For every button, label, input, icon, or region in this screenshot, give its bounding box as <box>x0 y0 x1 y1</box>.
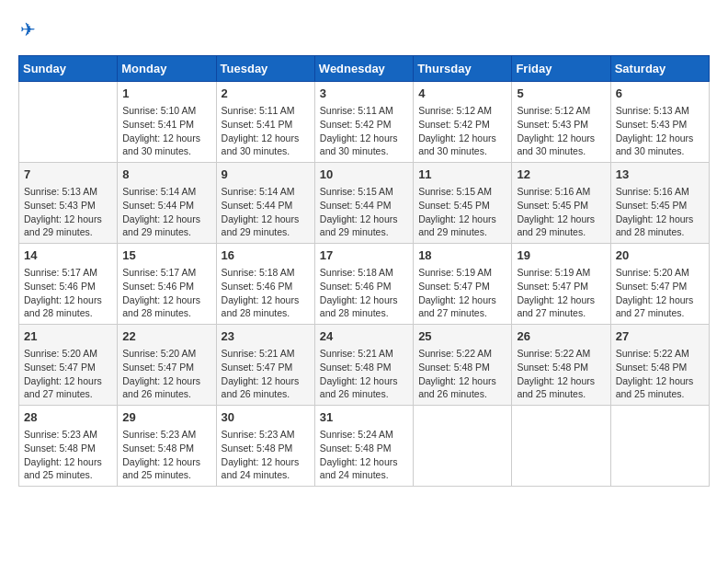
day-number: 8 <box>122 167 210 183</box>
header-wednesday: Wednesday <box>314 56 413 82</box>
day-number: 7 <box>24 167 112 183</box>
day-number: 5 <box>517 86 605 102</box>
day-info: Sunrise: 5:23 AM <box>24 428 112 442</box>
day-number: 23 <box>222 328 310 345</box>
day-info: Sunset: 5:47 PM <box>418 280 506 293</box>
day-info: Daylight: 12 hours <box>320 455 408 469</box>
day-number: 24 <box>320 328 408 345</box>
day-info: and 28 minutes. <box>24 306 112 320</box>
day-info: and 29 minutes. <box>418 225 506 239</box>
day-number: 17 <box>320 247 408 264</box>
calendar-cell: 14Sunrise: 5:17 AMSunset: 5:46 PMDayligh… <box>19 244 118 325</box>
day-info: and 28 minutes. <box>616 225 704 239</box>
day-info: Sunset: 5:41 PM <box>122 118 210 132</box>
day-info: Sunrise: 5:16 AM <box>517 185 605 199</box>
calendar-cell: 24Sunrise: 5:21 AMSunset: 5:48 PMDayligh… <box>314 325 413 406</box>
calendar-cell: 10Sunrise: 5:15 AMSunset: 5:44 PMDayligh… <box>314 163 413 244</box>
day-info: Daylight: 12 hours <box>418 132 506 145</box>
day-info: Sunrise: 5:24 AM <box>320 428 408 442</box>
day-number: 13 <box>616 167 704 183</box>
day-number: 29 <box>122 409 210 426</box>
calendar-cell: 12Sunrise: 5:16 AMSunset: 5:45 PMDayligh… <box>512 163 610 244</box>
day-number: 3 <box>320 86 408 102</box>
calendar-cell: 27Sunrise: 5:22 AMSunset: 5:48 PMDayligh… <box>610 325 709 406</box>
day-info: Sunset: 5:44 PM <box>222 199 310 213</box>
day-info: and 24 minutes. <box>320 468 408 482</box>
day-info: Sunset: 5:48 PM <box>222 442 310 455</box>
calendar-table: SundayMondayTuesdayWednesdayThursdayFrid… <box>18 55 710 487</box>
day-info: and 27 minutes. <box>616 306 704 320</box>
day-info: Sunset: 5:48 PM <box>24 442 112 455</box>
day-number: 6 <box>616 86 704 102</box>
day-info: Sunrise: 5:20 AM <box>122 347 210 361</box>
day-info: Sunset: 5:45 PM <box>517 199 605 213</box>
day-info: Sunrise: 5:21 AM <box>320 347 408 361</box>
day-number: 15 <box>122 247 210 264</box>
header-tuesday: Tuesday <box>216 56 314 82</box>
day-number: 21 <box>24 328 112 345</box>
day-info: Daylight: 12 hours <box>418 293 506 307</box>
day-info: Daylight: 12 hours <box>122 213 210 226</box>
day-info: and 26 minutes. <box>222 387 310 401</box>
day-info: Daylight: 12 hours <box>517 293 605 307</box>
day-number: 16 <box>222 247 310 264</box>
day-info: and 30 minutes. <box>122 144 210 158</box>
logo: ✈ <box>18 18 36 40</box>
day-number: 1 <box>122 86 210 102</box>
calendar-cell: 19Sunrise: 5:19 AMSunset: 5:47 PMDayligh… <box>512 244 610 325</box>
calendar-cell: 23Sunrise: 5:21 AMSunset: 5:47 PMDayligh… <box>216 325 314 406</box>
day-info: Sunrise: 5:17 AM <box>24 266 112 280</box>
day-info: Sunset: 5:46 PM <box>320 280 408 293</box>
day-info: and 29 minutes. <box>320 225 408 239</box>
calendar-cell: 21Sunrise: 5:20 AMSunset: 5:47 PMDayligh… <box>19 325 118 406</box>
day-info: Sunset: 5:47 PM <box>517 280 605 293</box>
day-info: Sunset: 5:41 PM <box>222 118 310 132</box>
day-info: Sunrise: 5:19 AM <box>418 266 506 280</box>
calendar-cell: 26Sunrise: 5:22 AMSunset: 5:48 PMDayligh… <box>512 325 610 406</box>
day-info: Sunrise: 5:13 AM <box>24 185 112 199</box>
day-info: Daylight: 12 hours <box>517 374 605 388</box>
day-info: Daylight: 12 hours <box>418 213 506 226</box>
day-info: and 30 minutes. <box>320 144 408 158</box>
calendar-cell: 15Sunrise: 5:17 AMSunset: 5:46 PMDayligh… <box>118 244 216 325</box>
day-info: Daylight: 12 hours <box>24 455 112 469</box>
calendar-cell: 2Sunrise: 5:11 AMSunset: 5:41 PMDaylight… <box>216 82 314 163</box>
day-info: and 25 minutes. <box>517 387 605 401</box>
day-info: and 28 minutes. <box>222 306 310 320</box>
day-info: Sunset: 5:46 PM <box>122 280 210 293</box>
day-info: Sunrise: 5:22 AM <box>517 347 605 361</box>
day-info: and 26 minutes. <box>122 387 210 401</box>
day-info: Sunrise: 5:11 AM <box>222 104 310 118</box>
day-info: and 30 minutes. <box>517 144 605 158</box>
day-info: and 29 minutes. <box>222 225 310 239</box>
day-info: and 25 minutes. <box>616 387 704 401</box>
day-info: and 29 minutes. <box>24 225 112 239</box>
day-number: 12 <box>517 167 605 183</box>
day-info: Sunrise: 5:15 AM <box>320 185 408 199</box>
day-info: Daylight: 12 hours <box>122 132 210 145</box>
day-info: Sunset: 5:48 PM <box>320 361 408 374</box>
day-info: Sunset: 5:46 PM <box>24 280 112 293</box>
day-info: and 28 minutes. <box>320 306 408 320</box>
header-monday: Monday <box>118 56 216 82</box>
day-number: 4 <box>418 86 506 102</box>
day-info: Sunrise: 5:15 AM <box>418 185 506 199</box>
day-info: Sunset: 5:44 PM <box>122 199 210 213</box>
day-info: Sunset: 5:47 PM <box>222 361 310 374</box>
day-number: 2 <box>222 86 310 102</box>
day-info: Sunrise: 5:23 AM <box>222 428 310 442</box>
day-number: 25 <box>418 328 506 345</box>
day-number: 26 <box>517 328 605 345</box>
day-info: Sunrise: 5:12 AM <box>517 104 605 118</box>
day-info: Sunset: 5:48 PM <box>517 361 605 374</box>
day-info: Daylight: 12 hours <box>222 455 310 469</box>
day-info: Sunrise: 5:22 AM <box>418 347 506 361</box>
day-info: Sunrise: 5:16 AM <box>616 185 704 199</box>
day-info: Daylight: 12 hours <box>122 293 210 307</box>
day-info: Daylight: 12 hours <box>222 374 310 388</box>
week-row-3: 14Sunrise: 5:17 AMSunset: 5:46 PMDayligh… <box>19 244 710 325</box>
day-number: 27 <box>616 328 704 345</box>
day-number: 10 <box>320 167 408 183</box>
day-info: Sunrise: 5:18 AM <box>222 266 310 280</box>
day-info: Sunrise: 5:20 AM <box>616 266 704 280</box>
